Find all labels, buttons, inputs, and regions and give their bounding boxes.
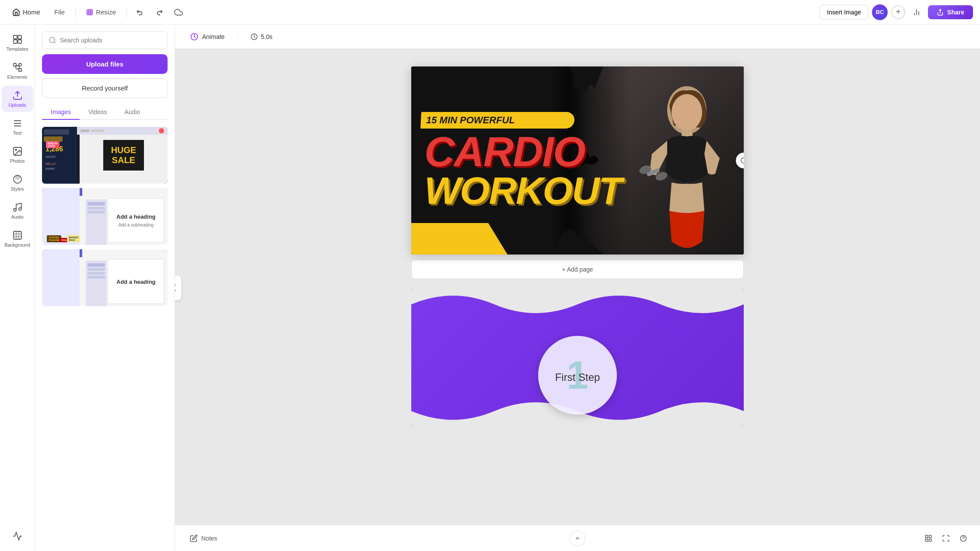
resize-button[interactable]: Resize: [81, 6, 121, 18]
svg-rect-30: [925, 535, 928, 537]
canvas-area: Animate 5.0s: [175, 24, 980, 551]
styles-label: Styles: [11, 186, 24, 192]
svg-rect-31: [929, 535, 931, 537]
upload-files-label: Upload files: [86, 60, 123, 68]
share-label: Share: [947, 9, 964, 16]
hide-panel-button[interactable]: [175, 276, 181, 300]
help-button[interactable]: [956, 530, 971, 546]
videos-tab-label: Videos: [88, 108, 107, 115]
notes-button[interactable]: Notes: [184, 531, 224, 546]
search-icon: [49, 36, 56, 44]
upload-files-button[interactable]: Upload files: [42, 54, 168, 74]
svg-line-20: [54, 42, 55, 43]
chart-icon: [12, 531, 23, 541]
svg-rect-0: [87, 10, 92, 15]
templates-icon: [12, 34, 23, 45]
clock-icon: [250, 33, 258, 41]
photos-icon: [12, 146, 23, 157]
share-button[interactable]: Share: [928, 5, 973, 19]
fullscreen-button[interactable]: [938, 530, 954, 546]
cloud-icon: [174, 8, 183, 17]
collapse-notes-button[interactable]: [570, 530, 585, 546]
sidebar-icons: Templates Elements Uploads Text Photos S…: [0, 24, 35, 551]
grid-icon: [924, 534, 932, 542]
audio-icon: [12, 202, 23, 213]
canvas-wrapper: 15 MIN POWERFUL CARDIO WORKOUT + Add pag…: [175, 49, 980, 525]
media-thumbnail-1[interactable]: 1,286 XOXO HELLO Invited HUGE SALE: [42, 127, 168, 184]
sidebar-item-photos[interactable]: Photos: [2, 142, 33, 168]
media-thumbnail-3[interactable]: Add a heading: [42, 249, 168, 306]
photos-label: Photos: [10, 158, 24, 164]
search-box[interactable]: [42, 31, 168, 49]
svg-rect-32: [925, 539, 928, 541]
record-yourself-button[interactable]: Record yourself: [42, 78, 168, 98]
sidebar-item-analytics[interactable]: [2, 527, 33, 546]
images-tab-label: Images: [51, 108, 71, 115]
templates-label: Templates: [6, 46, 28, 52]
grid-view-button[interactable]: [920, 530, 936, 546]
sidebar-item-styles[interactable]: Styles: [2, 170, 33, 196]
file-button[interactable]: File: [49, 6, 70, 18]
tab-videos[interactable]: Videos: [80, 105, 116, 120]
home-button[interactable]: Home: [7, 6, 46, 19]
step-circle: 1 First Step: [538, 336, 617, 415]
sidebar-item-elements[interactable]: Elements: [2, 58, 33, 84]
user-avatar[interactable]: BC: [872, 4, 888, 20]
redo-button[interactable]: [151, 4, 167, 20]
insert-image-button[interactable]: Insert Image: [819, 5, 868, 20]
undo-icon: [136, 8, 144, 16]
svg-point-17: [19, 208, 21, 210]
undo-button[interactable]: [132, 4, 148, 20]
duration-button[interactable]: 5.0s: [245, 30, 277, 43]
svg-rect-6: [14, 40, 17, 43]
background-icon: [12, 230, 23, 241]
animate-icon: [190, 32, 199, 41]
text-icon: [12, 118, 23, 129]
record-yourself-label: Record yourself: [82, 84, 128, 92]
slide-title-cardio: CARDIO: [424, 134, 571, 170]
chevron-up-icon: [574, 535, 581, 541]
audio-tab-label: Audio: [124, 108, 140, 115]
sidebar-item-text[interactable]: Text: [2, 114, 33, 140]
duration-label: 5.0s: [261, 33, 272, 40]
bar-divider: [238, 31, 238, 42]
slide-title-workout: WORKOUT: [424, 174, 571, 207]
sidebar-item-audio[interactable]: Audio: [2, 198, 33, 224]
svg-point-19: [49, 37, 55, 42]
home-label: Home: [23, 8, 40, 16]
subtitle-container: 15 MIN POWERFUL: [424, 114, 571, 127]
sidebar-item-background[interactable]: Background: [2, 226, 33, 252]
media-thumbnail-2[interactable]: Add a heading Add a subheading COFFEEPLE…: [42, 188, 168, 245]
notes-icon: [190, 534, 198, 542]
file-label: File: [54, 8, 65, 16]
cloud-save-button[interactable]: [171, 4, 186, 20]
insert-image-label: Insert Image: [827, 9, 861, 16]
home-icon: [12, 8, 20, 16]
notes-label: Notes: [201, 535, 217, 542]
sidebar-item-uploads[interactable]: Uploads: [2, 86, 33, 112]
media-tabs: Images Videos Audio: [42, 105, 168, 120]
uploads-icon: [12, 90, 23, 101]
add-account-button[interactable]: +: [891, 5, 905, 19]
top-navigation: Home File Resize Insert Image BC + Share: [0, 0, 980, 24]
canvas-slide[interactable]: 15 MIN POWERFUL CARDIO WORKOUT: [411, 66, 744, 255]
search-input[interactable]: [60, 37, 161, 44]
tab-images[interactable]: Images: [42, 105, 80, 120]
resize-label: Resize: [96, 8, 116, 16]
elements-label: Elements: [7, 74, 28, 80]
avatar-initials: BC: [876, 9, 884, 15]
styles-icon: [12, 174, 23, 185]
add-page-button[interactable]: + Add page: [411, 260, 744, 279]
nav-divider-2: [126, 6, 127, 18]
fullscreen-icon: [942, 534, 950, 542]
animate-button[interactable]: Animate: [184, 29, 231, 45]
analytics-icon: [912, 8, 921, 17]
uploads-label: Uploads: [8, 102, 26, 108]
sidebar-item-templates[interactable]: Templates: [2, 30, 33, 56]
redo-icon: [155, 8, 163, 16]
tab-audio[interactable]: Audio: [116, 105, 149, 120]
analytics-button[interactable]: [909, 4, 924, 20]
svg-point-16: [14, 209, 16, 211]
resize-icon: [86, 9, 93, 16]
toolbar-right: [920, 530, 971, 546]
